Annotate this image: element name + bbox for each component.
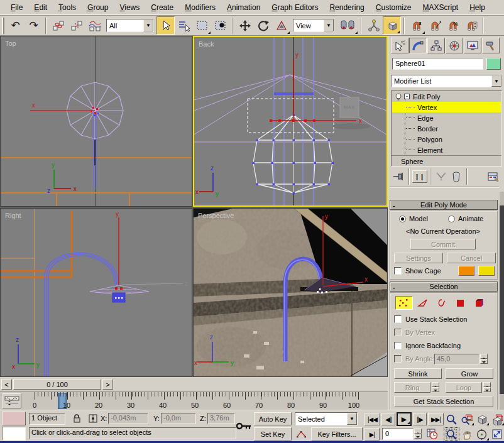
menu-tools[interactable]: Tools xyxy=(53,1,82,14)
dropdown-arrow-icon[interactable]: ▼ xyxy=(324,19,334,31)
select-and-manipulate-button[interactable] xyxy=(364,16,383,35)
key-selection-dropdown[interactable]: Selected ▼ xyxy=(295,412,358,425)
panel-scrollbar-thumb[interactable] xyxy=(500,205,504,394)
settings-button[interactable]: Settings xyxy=(394,253,443,263)
timeline-ruler[interactable]: 0 10 20 30 40 50 60 70 80 90 100 xyxy=(28,392,367,410)
select-and-rotate-button[interactable] xyxy=(254,16,272,35)
viewport-back[interactable]: MAX xyxy=(193,36,388,207)
stack-row-polygon[interactable]: Polygon xyxy=(392,134,501,145)
grow-button[interactable]: Grow xyxy=(446,368,493,379)
tab-utilities[interactable] xyxy=(482,38,500,53)
loop-spinner[interactable] xyxy=(483,382,491,393)
by-vertex-checkbox[interactable]: By Vertex xyxy=(394,329,435,336)
bind-to-space-warp-button[interactable] xyxy=(85,16,104,35)
menu-rendering[interactable]: Rendering xyxy=(324,1,370,14)
tab-motion[interactable] xyxy=(446,38,463,53)
zoom-all-button[interactable] xyxy=(459,412,474,426)
go-to-start-button[interactable]: |◀◀ xyxy=(364,413,380,425)
stack-row-edge[interactable]: Edge xyxy=(392,112,501,123)
current-frame-field[interactable]: 0 xyxy=(382,428,414,440)
subobject-vertex-button[interactable] xyxy=(395,296,413,310)
y-coordinate-field[interactable]: -0,0m xyxy=(161,413,196,424)
collapse-box-icon[interactable]: - xyxy=(404,94,410,99)
menu-file[interactable]: File xyxy=(5,1,28,14)
pin-stack-button[interactable] xyxy=(391,170,406,183)
set-keys-button[interactable] xyxy=(235,417,253,435)
open-mini-curve-editor-button[interactable] xyxy=(3,393,21,408)
undo-button[interactable]: ↶ xyxy=(6,16,25,35)
remove-modifier-button[interactable] xyxy=(449,170,464,183)
zoom-button[interactable] xyxy=(444,412,459,426)
rectangular-selection-region-button[interactable] xyxy=(193,16,211,35)
by-angle-checkbox[interactable]: By Angle: xyxy=(394,355,434,363)
viewport-top[interactable]: x y x z Top xyxy=(0,36,192,207)
menu-maxscript[interactable]: MAXScript xyxy=(417,1,464,14)
tab-display[interactable] xyxy=(464,38,481,53)
pan-button[interactable] xyxy=(459,427,474,441)
ring-button[interactable]: Ring xyxy=(394,382,430,393)
selection-filter-dropdown[interactable]: All▼ xyxy=(106,19,154,32)
set-key-button[interactable]: Set Key xyxy=(254,427,292,440)
selection-lock-toggle[interactable] xyxy=(70,412,83,425)
by-angle-spinner[interactable] xyxy=(480,354,488,364)
subobject-border-button[interactable] xyxy=(433,296,451,310)
menu-views[interactable]: Views xyxy=(114,1,145,14)
cancel-button[interactable]: Cancel xyxy=(447,253,496,263)
snaps-toggle-button[interactable] xyxy=(383,16,401,35)
subobject-element-button[interactable] xyxy=(471,296,488,310)
menu-customize[interactable]: Customize xyxy=(370,1,417,14)
subobject-edge-button[interactable] xyxy=(414,296,432,310)
stack-row-vertex[interactable]: Vertex xyxy=(392,102,501,112)
min-max-toggle-button[interactable] xyxy=(489,427,504,441)
arc-rotate-button[interactable] xyxy=(474,427,490,441)
default-in-out-tangent-button[interactable] xyxy=(295,427,309,440)
percent-snap-button[interactable]: % xyxy=(444,16,462,35)
lightbulb-icon[interactable] xyxy=(394,92,403,101)
stack-row-sphere[interactable]: Sphere xyxy=(392,156,501,167)
shrink-button[interactable]: Shrink xyxy=(394,368,442,379)
dropdown-arrow-icon[interactable]: ▼ xyxy=(491,75,501,87)
configure-modifier-sets-button[interactable] xyxy=(485,170,501,183)
go-to-end-button[interactable]: ▶▶| xyxy=(428,413,444,425)
show-cage-checkbox[interactable]: Show Cage xyxy=(394,267,441,275)
model-radio[interactable]: Model xyxy=(399,215,428,222)
maxscript-mini-listener-white[interactable] xyxy=(2,427,26,440)
key-mode-toggle-button[interactable]: ▶| xyxy=(364,428,380,440)
menu-modifiers[interactable]: Modifiers xyxy=(179,1,221,14)
snap-toggle-3d-button[interactable]: 3 xyxy=(407,16,425,35)
viewport-perspective[interactable]: y x z x y Perspective xyxy=(193,208,388,377)
z-coordinate-field[interactable]: 3,76m xyxy=(207,413,235,424)
stack-row-border[interactable]: Border xyxy=(392,123,501,134)
spinner-snap-button[interactable] xyxy=(462,16,480,35)
select-by-name-button[interactable] xyxy=(175,16,193,35)
time-slider-bar[interactable]: 0 / 100 xyxy=(13,379,101,390)
by-angle-field[interactable]: 45,0 xyxy=(434,354,479,364)
make-unique-button[interactable] xyxy=(434,170,449,183)
rollout-selection-header[interactable]: - Selection xyxy=(390,282,498,292)
menu-edit[interactable]: Edit xyxy=(28,1,53,14)
zoom-extents-all-button[interactable] xyxy=(489,412,504,426)
tab-hierarchy[interactable] xyxy=(427,38,445,53)
loop-button[interactable]: Loop xyxy=(446,382,482,393)
redo-button[interactable]: ↷ xyxy=(25,16,43,35)
show-end-result-button[interactable]: | | xyxy=(412,170,427,183)
previous-frame-button[interactable]: ◀|| xyxy=(381,413,395,425)
viewport-right[interactable]: y z z y x Right xyxy=(0,208,192,377)
select-and-move-button[interactable] xyxy=(236,16,254,35)
menu-animation[interactable]: Animation xyxy=(221,1,266,14)
panel-scrollbar[interactable] xyxy=(500,192,504,410)
select-object-button[interactable] xyxy=(156,16,175,35)
track-bar[interactable]: 0 10 20 30 40 50 60 70 80 90 100 xyxy=(0,391,388,410)
play-button[interactable]: ▶ xyxy=(397,412,412,426)
cage-color-swatch-2[interactable] xyxy=(478,266,495,276)
object-color-swatch[interactable] xyxy=(486,58,501,70)
modifier-list-dropdown[interactable]: Modifier List ▼ xyxy=(391,75,502,87)
rollout-edit-poly-mode-header[interactable]: - Edit Poly Mode xyxy=(390,200,498,210)
zoom-extents-button[interactable] xyxy=(474,412,490,426)
menu-graph-editors[interactable]: Graph Editors xyxy=(266,1,324,14)
unlink-selection-button[interactable] xyxy=(67,16,85,35)
time-slider-next-button[interactable]: > xyxy=(102,379,113,390)
window-crossing-toggle-button[interactable] xyxy=(211,16,229,35)
reference-coordinate-dropdown[interactable]: View▼ xyxy=(293,19,334,32)
cage-color-swatch-1[interactable] xyxy=(458,266,474,276)
